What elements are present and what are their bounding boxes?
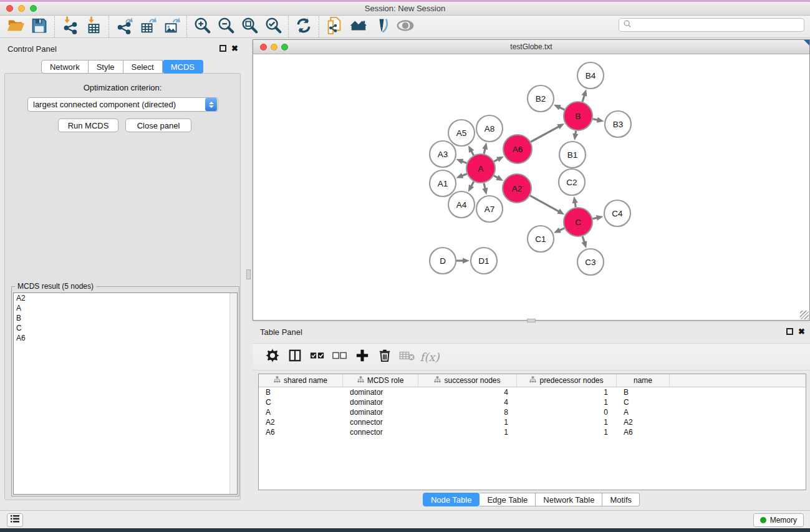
graph-edge-B-B4[interactable]: [582, 95, 584, 102]
graph-edge-A-A6[interactable]: [494, 159, 498, 162]
result-item[interactable]: A2: [14, 293, 237, 303]
delete-columns-button[interactable]: [374, 346, 396, 367]
graph-node-label: D: [440, 256, 446, 266]
search-box[interactable]: [619, 18, 804, 32]
graph-edge-A-A2[interactable]: [494, 176, 498, 178]
column-label: shared name: [284, 376, 327, 385]
criterion-dropdown[interactable]: largest connected component (directed): [27, 97, 218, 112]
export-table-icon: [138, 16, 157, 37]
home-button[interactable]: [346, 17, 370, 37]
export-image-button[interactable]: [160, 17, 183, 37]
close-table-panel-icon[interactable]: ✖: [798, 328, 805, 335]
graph-edge-C-C3[interactable]: [582, 236, 584, 243]
result-item[interactable]: A: [14, 303, 237, 313]
export-table-button[interactable]: [136, 17, 160, 37]
horizontal-divider-handle[interactable]: [527, 319, 536, 322]
zoom-fit-button[interactable]: [238, 17, 261, 37]
tab-network[interactable]: Network: [41, 60, 89, 74]
close-panel-icon[interactable]: ✖: [231, 45, 238, 52]
open-file-button[interactable]: [4, 17, 27, 37]
import-table-button[interactable]: [82, 17, 105, 37]
tab-node-table[interactable]: Node Table: [423, 493, 480, 506]
graph-edge-C-C4[interactable]: [592, 218, 597, 219]
column-label: predecessor nodes: [539, 376, 603, 385]
save-session-button[interactable]: [27, 17, 51, 37]
graph-edge-A6-B[interactable]: [531, 127, 559, 142]
import-network-button[interactable]: [58, 17, 82, 37]
table-row[interactable]: Adominator80A: [259, 407, 806, 417]
table-row[interactable]: A6connector11A6: [259, 427, 806, 437]
table-settings-button[interactable]: [261, 346, 284, 367]
zoom-in-icon: [193, 16, 211, 37]
graph-edge-C-C1[interactable]: [559, 228, 564, 231]
graph-node-label: C1: [535, 235, 546, 244]
result-item[interactable]: B: [14, 313, 237, 323]
table-row[interactable]: A2connector11A2: [259, 417, 806, 427]
tab-motifs[interactable]: Motifs: [602, 493, 640, 506]
zoom-out-button[interactable]: [214, 17, 238, 37]
task-history-button[interactable]: [7, 513, 23, 527]
graph-node-label: C4: [612, 209, 623, 218]
columns-icon: [288, 349, 302, 365]
tab-select[interactable]: Select: [123, 60, 163, 74]
table-cell: 1: [418, 417, 517, 427]
refresh-view-button[interactable]: [292, 17, 316, 37]
vertical-divider-handle[interactable]: [246, 269, 251, 279]
table-cell: 1: [517, 427, 617, 437]
tab-mcds[interactable]: MCDS: [163, 60, 203, 74]
resize-grip-icon[interactable]: [800, 311, 809, 319]
float-panel-icon[interactable]: [219, 45, 226, 52]
result-scrollbar[interactable]: [229, 293, 237, 494]
column-header-successor-nodes[interactable]: successor nodes: [418, 374, 517, 387]
graph-node-label: B2: [536, 94, 546, 104]
graph-edge-C-C2[interactable]: [575, 203, 576, 208]
network-window-titlebar[interactable]: testGlobe.txt: [253, 40, 809, 54]
deselect-all-button[interactable]: [329, 346, 351, 367]
graph-edge-A-A8[interactable]: [484, 148, 485, 153]
network-from-file-button[interactable]: [322, 17, 346, 37]
run-mcds-button[interactable]: Run MCDS: [58, 118, 118, 132]
zoom-in-button[interactable]: [190, 17, 214, 37]
table-cell: B: [617, 387, 670, 397]
table-cell: A2: [259, 417, 343, 427]
toolbar-separator: [288, 16, 289, 37]
column-header-shared-name[interactable]: shared name: [259, 374, 343, 387]
graph-edge-A-A5[interactable]: [471, 151, 474, 155]
graph-edge-B-B2[interactable]: [559, 107, 564, 110]
select-all-button[interactable]: [306, 346, 329, 367]
app-titlebar: Session: New Session: [0, 2, 810, 16]
table-cell: 1: [517, 417, 617, 427]
column-header-name[interactable]: name: [617, 374, 670, 387]
node-table[interactable]: shared nameMCDS rolesuccessor nodesprede…: [258, 374, 806, 490]
result-item[interactable]: A6: [14, 333, 237, 343]
column-layout-button[interactable]: [284, 346, 306, 367]
graph-edge-A-A4[interactable]: [471, 181, 474, 186]
graph-edge-A-A7[interactable]: [484, 183, 485, 188]
search-input[interactable]: [632, 19, 804, 31]
gear-icon: [265, 348, 280, 365]
tab-network-table[interactable]: Network Table: [536, 493, 602, 506]
arrowhead-icon: [456, 173, 463, 178]
graph-edge-A2-C[interactable]: [530, 196, 559, 212]
add-column-button[interactable]: [351, 346, 374, 367]
graph-edge-B-B3[interactable]: [593, 119, 598, 120]
network-graph-canvas[interactable]: AA1A2A3A4A5A6A7A8BB1B2B3B4CC1C2C3C4DD1: [253, 54, 809, 320]
graph-edge-A-A1[interactable]: [462, 174, 467, 176]
column-header-MCDS-role[interactable]: MCDS role: [343, 374, 418, 387]
table-row[interactable]: Bdominator41B: [259, 387, 806, 397]
show-hide-button[interactable]: [393, 17, 417, 37]
table-row[interactable]: Cdominator41C: [259, 397, 806, 407]
table-cell: B: [259, 387, 343, 397]
tab-edge-table[interactable]: Edge Table: [480, 493, 536, 506]
export-network-button[interactable]: [112, 17, 136, 37]
float-table-panel-icon[interactable]: [786, 328, 793, 335]
app-title: Session: New Session: [0, 4, 810, 13]
close-panel-button[interactable]: Close panel: [125, 118, 191, 132]
graph-edge-A-A3[interactable]: [462, 162, 467, 163]
zoom-selected-button[interactable]: [261, 17, 285, 37]
column-header-predecessor-nodes[interactable]: predecessor nodes: [517, 374, 617, 387]
style-editor-button[interactable]: [370, 17, 393, 37]
result-item[interactable]: C: [14, 323, 237, 333]
tab-style[interactable]: Style: [89, 60, 123, 74]
memory-button[interactable]: Memory: [753, 513, 804, 527]
